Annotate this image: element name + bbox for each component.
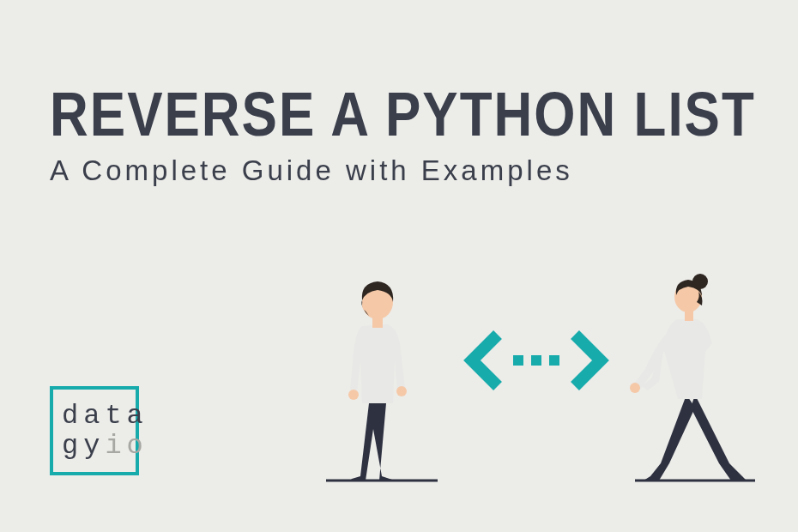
svg-rect-7 xyxy=(531,355,541,366)
svg-point-3 xyxy=(362,300,369,311)
person-left-icon xyxy=(326,281,438,481)
svg-point-13 xyxy=(692,274,708,289)
datagy-logo: data gyio xyxy=(50,386,139,475)
page-title: REVERSE A PYTHON LIST xyxy=(50,79,756,149)
swap-arrows-icon xyxy=(472,335,601,386)
svg-rect-8 xyxy=(549,355,559,366)
svg-rect-6 xyxy=(513,355,523,366)
svg-point-5 xyxy=(396,386,407,396)
logo-gy: gy xyxy=(62,430,105,462)
logo-io: io xyxy=(105,430,148,462)
svg-point-4 xyxy=(348,390,359,400)
page-subtitle: A Complete Guide with Examples xyxy=(50,154,573,187)
logo-text-line2: gyio xyxy=(62,431,148,461)
person-right-icon xyxy=(630,274,755,481)
logo-text-line1: data xyxy=(62,401,148,431)
svg-point-10 xyxy=(630,383,640,393)
hero-illustration xyxy=(309,257,764,498)
